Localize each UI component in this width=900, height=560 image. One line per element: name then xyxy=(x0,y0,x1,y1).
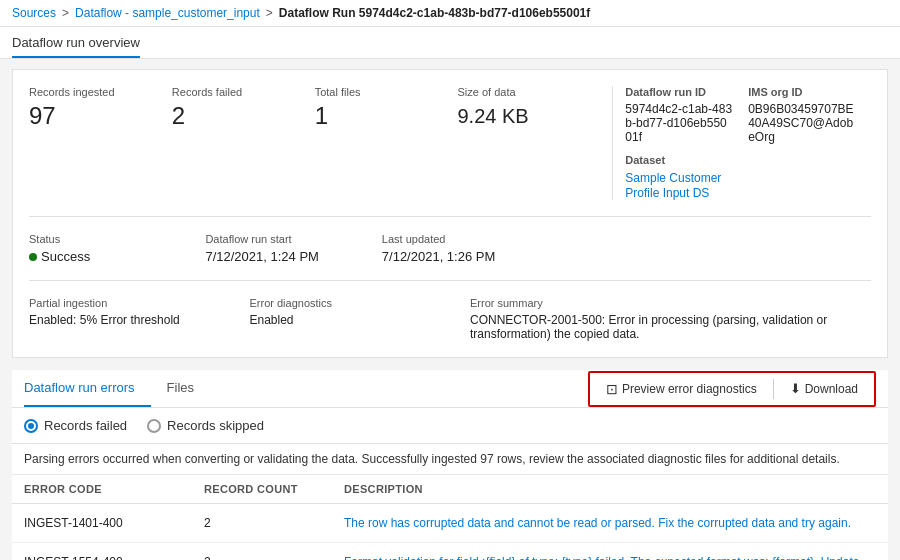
status-label: Status xyxy=(29,233,185,245)
breadcrumb-dataflow[interactable]: Dataflow - sample_customer_input xyxy=(75,6,260,20)
metrics-row: Records ingested 97 Records failed 2 Tot… xyxy=(29,86,871,200)
metric-label-size: Size of data xyxy=(457,86,580,98)
table-row: INGEST-1401-400 2 The row has corrupted … xyxy=(12,504,888,543)
right-info: Dataflow run ID 5974d4c2-c1ab-483b-bd77-… xyxy=(625,86,871,200)
breadcrumb: Sources > Dataflow - sample_customer_inp… xyxy=(0,0,900,27)
main-content: Records ingested 97 Records failed 2 Tot… xyxy=(0,59,900,560)
error-table: ERROR CODE RECORD COUNT DESCRIPTION INGE… xyxy=(12,475,888,560)
radio-records-skipped[interactable]: Records skipped xyxy=(147,418,264,433)
run-id-value: 5974d4c2-c1ab-483b-bd77-d106eb55001f xyxy=(625,102,732,144)
run-id-label: Dataflow run ID xyxy=(625,86,732,98)
metric-value-files: 1 xyxy=(315,102,438,130)
tab-dataflow-errors[interactable]: Dataflow run errors xyxy=(24,370,151,407)
col-header-description: DESCRIPTION xyxy=(344,483,876,495)
status-text: Success xyxy=(41,249,90,264)
dataset-label: Dataset xyxy=(625,154,732,166)
status-value: Success xyxy=(29,249,185,264)
preview-error-diagnostics-button[interactable]: ⊡ Preview error diagnostics xyxy=(598,377,765,401)
last-updated-value: 7/12/2021, 1:26 PM xyxy=(382,249,538,264)
cell-description: The row has corrupted data and cannot be… xyxy=(344,516,876,530)
cell-error-code: INGEST-1554-400 xyxy=(24,555,204,560)
cell-record-count: 2 xyxy=(204,516,344,530)
ims-label: IMS org ID xyxy=(748,86,855,98)
error-summary-label: Error summary xyxy=(470,297,871,309)
dataflow-start-value: 7/12/2021, 1:24 PM xyxy=(205,249,361,264)
tab-files[interactable]: Files xyxy=(167,370,210,407)
dataset-value[interactable]: Sample Customer Profile Input DS xyxy=(625,171,721,200)
metric-value-size: 9.24 KB xyxy=(457,102,580,128)
radio-records-failed[interactable]: Records failed xyxy=(24,418,127,433)
preview-label: Preview error diagnostics xyxy=(622,382,757,396)
metric-total-files: Total files 1 xyxy=(315,86,458,200)
partial-ingestion-item: Partial ingestion Enabled: 5% Error thre… xyxy=(29,297,250,341)
cell-error-code: INGEST-1401-400 xyxy=(24,516,204,530)
breadcrumb-sep2: > xyxy=(266,6,273,20)
metric-size: Size of data 9.24 KB xyxy=(457,86,600,200)
error-diagnostics-item: Error diagnostics Enabled xyxy=(250,297,471,341)
status-dot xyxy=(29,253,37,261)
metric-records-ingested: Records ingested 97 xyxy=(29,86,172,200)
actions-right: ⊡ Preview error diagnostics ⬇ Download xyxy=(588,371,876,407)
col-header-record-count: RECORD COUNT xyxy=(204,483,344,495)
metric-label-failed: Records failed xyxy=(172,86,295,98)
run-id-col: Dataflow run ID 5974d4c2-c1ab-483b-bd77-… xyxy=(625,86,748,200)
error-row: Partial ingestion Enabled: 5% Error thre… xyxy=(29,293,871,341)
metric-value-failed: 2 xyxy=(172,102,295,130)
last-updated-label: Last updated xyxy=(382,233,538,245)
download-label: Download xyxy=(805,382,858,396)
metric-records-failed: Records failed 2 xyxy=(172,86,315,200)
action-separator xyxy=(773,379,774,399)
ims-value: 0B96B03459707BE40A49SC70@AdobeOrg xyxy=(748,102,855,144)
download-button[interactable]: ⬇ Download xyxy=(782,377,866,400)
dataflow-start-item: Dataflow run start 7/12/2021, 1:24 PM xyxy=(205,233,381,264)
metric-label-files: Total files xyxy=(315,86,438,98)
error-diagnostics-value: Enabled xyxy=(250,313,451,327)
table-body: INGEST-1401-400 2 The row has corrupted … xyxy=(12,504,888,560)
description-bar: Parsing errors occurred when converting … xyxy=(12,444,888,475)
error-summary-value: CONNECTOR-2001-500: Error in processing … xyxy=(470,313,871,341)
breadcrumb-sep1: > xyxy=(62,6,69,20)
tab-overview[interactable]: Dataflow run overview xyxy=(12,27,140,58)
partial-ingestion-value: Enabled: 5% Error threshold xyxy=(29,313,230,327)
description-text: Parsing errors occurred when converting … xyxy=(24,452,840,466)
cell-record-count: 2 xyxy=(204,555,344,560)
breadcrumb-sources[interactable]: Sources xyxy=(12,6,56,20)
radio-failed-label: Records failed xyxy=(44,418,127,433)
filter-row: Records failed Records skipped xyxy=(12,408,888,444)
status-row: Status Success Dataflow run start 7/12/2… xyxy=(29,229,871,264)
preview-icon: ⊡ xyxy=(606,381,618,397)
partial-ingestion-label: Partial ingestion xyxy=(29,297,230,309)
table-header: ERROR CODE RECORD COUNT DESCRIPTION xyxy=(12,475,888,504)
cell-description: Format validation for field :{field} of … xyxy=(344,555,876,560)
last-updated-item: Last updated 7/12/2021, 1:26 PM xyxy=(382,233,558,264)
col-header-error-code: ERROR CODE xyxy=(24,483,204,495)
error-summary-item: Error summary CONNECTOR-2001-500: Error … xyxy=(470,297,871,341)
sub-nav: Dataflow run overview xyxy=(0,27,900,59)
tabs-and-actions: Dataflow run errors Files ⊡ Preview erro… xyxy=(12,370,888,408)
radio-skipped-label: Records skipped xyxy=(167,418,264,433)
download-icon: ⬇ xyxy=(790,381,801,396)
ims-col: IMS org ID 0B96B03459707BE40A49SC70@Adob… xyxy=(748,86,871,200)
dataflow-start-label: Dataflow run start xyxy=(205,233,361,245)
status-item: Status Success xyxy=(29,233,205,264)
breadcrumb-run: Dataflow Run 5974d4c2-c1ab-483b-bd77-d10… xyxy=(279,6,590,20)
metric-value-ingested: 97 xyxy=(29,102,152,130)
error-diagnostics-label: Error diagnostics xyxy=(250,297,451,309)
metric-label-ingested: Records ingested xyxy=(29,86,152,98)
radio-skipped-circle xyxy=(147,419,161,433)
overview-card: Records ingested 97 Records failed 2 Tot… xyxy=(12,69,888,358)
tabs-left: Dataflow run errors Files xyxy=(24,370,226,407)
radio-failed-circle xyxy=(24,419,38,433)
table-row: INGEST-1554-400 2 Format validation for … xyxy=(12,543,888,560)
